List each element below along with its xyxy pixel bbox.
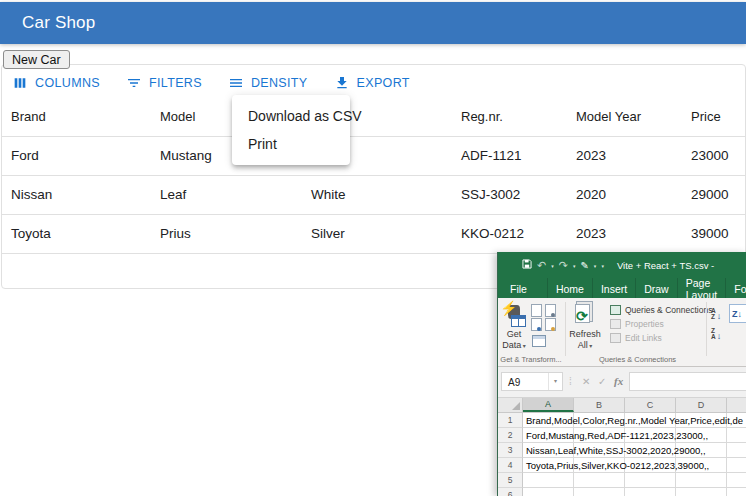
table-row[interactable]: Ford Mustang Red ADF-1121 2023 23000 <box>2 136 745 176</box>
col-header-a[interactable]: A <box>523 398 574 412</box>
cell-price[interactable]: 23000 <box>691 136 729 175</box>
cell-model-year[interactable]: 2023 <box>576 136 606 175</box>
menu-item-download-csv[interactable]: Download as CSV <box>232 102 350 130</box>
export-button[interactable]: EXPORT <box>330 73 414 93</box>
cell-regnr[interactable]: KKO-0212 <box>461 214 524 253</box>
get-data-icon <box>502 303 526 327</box>
cell-brand[interactable]: Toyota <box>11 214 51 253</box>
redo-caret-icon[interactable] <box>573 256 576 274</box>
row-number[interactable]: 1 <box>498 413 523 428</box>
column-header-brand[interactable]: Brand <box>11 97 46 136</box>
cell-price[interactable]: 39000 <box>691 214 729 253</box>
quick-access-toolbar <box>522 256 604 274</box>
grid-header-row: Brand Model Color Reg.nr. Model Year Pri… <box>2 97 745 137</box>
tab-draw[interactable]: Draw <box>635 278 677 298</box>
tab-home[interactable]: Home <box>547 278 592 298</box>
column-header-price[interactable]: Price <box>691 97 721 136</box>
formula-bar-separator <box>569 372 572 391</box>
name-box-caret-icon[interactable] <box>548 373 562 390</box>
name-box[interactable]: A9 <box>501 372 563 391</box>
col-header-d[interactable]: D <box>676 398 727 412</box>
col-header-e[interactable]: E <box>727 398 746 412</box>
spreadsheet: A B C D E 1 2 3 4 5 6 Brand,Model,Color,… <box>498 398 746 496</box>
cell-model[interactable]: Prius <box>160 214 191 253</box>
density-button-label: DENSITY <box>251 76 308 90</box>
cell-model[interactable]: Mustang <box>160 136 212 175</box>
edit-links-button: Edit Links <box>610 333 662 343</box>
column-header-model[interactable]: Model <box>160 97 195 136</box>
cells-area[interactable]: Brand,Model,Color,Reg.nr.,Model Year,Pri… <box>523 413 746 496</box>
table-row[interactable]: Toyota Prius Silver KKO-0212 2023 39000 <box>2 214 745 254</box>
tab-insert[interactable]: Insert <box>592 278 635 298</box>
queries-connections-icon <box>610 305 621 315</box>
cell-regnr[interactable]: SSJ-3002 <box>461 175 520 214</box>
app-bar: Car Shop <box>0 2 746 44</box>
sort-az-icon[interactable] <box>711 305 721 323</box>
cell-brand[interactable]: Nissan <box>11 175 52 214</box>
undo-caret-icon[interactable] <box>551 256 554 274</box>
cell-model[interactable]: Leaf <box>160 175 186 214</box>
cell-color[interactable]: Silver <box>311 214 345 253</box>
ribbon-divider <box>706 302 707 356</box>
cell-model-year[interactable]: 2020 <box>576 175 606 214</box>
redo-icon[interactable] <box>559 260 568 271</box>
ink-caret-icon[interactable] <box>594 256 597 274</box>
cell-color[interactable]: White <box>311 175 346 214</box>
from-text-csv-icon[interactable] <box>531 304 542 317</box>
row-header-column: 1 2 3 4 5 6 <box>498 413 523 496</box>
csv-row: Toyota,Prius,Silver,KKO-0212,2023,39000,… <box>526 458 709 473</box>
density-button[interactable]: DENSITY <box>224 73 312 93</box>
row-number[interactable]: 6 <box>498 488 523 496</box>
filters-button-label: FILTERS <box>149 76 202 90</box>
undo-icon[interactable] <box>537 260 546 271</box>
existing-connections-icon[interactable] <box>545 318 556 331</box>
row-number[interactable]: 5 <box>498 473 523 488</box>
tab-file[interactable]: File <box>502 278 535 298</box>
page-title: Car Shop <box>22 13 95 33</box>
row-number[interactable]: 3 <box>498 443 523 458</box>
from-web-icon[interactable] <box>531 318 542 331</box>
menu-item-print[interactable]: Print <box>232 130 350 158</box>
grid-toolbar: COLUMNS FILTERS DENSITY EXPORT <box>8 73 414 93</box>
select-all-corner[interactable] <box>498 398 523 412</box>
name-box-value: A9 <box>508 377 520 388</box>
row-number[interactable]: 2 <box>498 428 523 443</box>
properties-icon <box>610 319 621 329</box>
confirm-entry-icon <box>598 372 606 391</box>
filters-button[interactable]: FILTERS <box>122 73 206 93</box>
from-table-range-icon[interactable] <box>532 335 546 347</box>
filter-icon <box>126 75 142 91</box>
cell-regnr[interactable]: ADF-1121 <box>461 136 522 175</box>
new-car-button[interactable]: New Car <box>3 50 70 69</box>
sort-dialog-icon[interactable] <box>729 304 746 323</box>
column-header-row: A B C D E <box>498 398 746 413</box>
formula-bar: A9 fx <box>498 367 746 398</box>
cell-price[interactable]: 29000 <box>691 175 729 214</box>
tab-page-layout[interactable]: Page Layout <box>677 278 726 298</box>
save-icon[interactable] <box>522 259 532 271</box>
column-header-model-year[interactable]: Model Year <box>576 97 641 136</box>
cell-brand[interactable]: Ford <box>11 136 39 175</box>
table-row[interactable]: Nissan Leaf White SSJ-3002 2020 29000 <box>2 175 745 215</box>
queries-connections-button[interactable]: Queries & Connections <box>610 305 712 315</box>
recent-sources-icon[interactable] <box>545 304 556 317</box>
column-header-regnr[interactable]: Reg.nr. <box>461 97 503 136</box>
insert-function-icon[interactable]: fx <box>614 372 623 391</box>
csv-row: Ford,Mustang,Red,ADF-1121,2023,23000,, <box>526 428 708 443</box>
row-number[interactable]: 4 <box>498 458 523 473</box>
columns-button[interactable]: COLUMNS <box>8 73 104 93</box>
col-header-b[interactable]: B <box>574 398 625 412</box>
export-button-label: EXPORT <box>357 76 410 90</box>
cell-model-year[interactable]: 2023 <box>576 214 606 253</box>
ink-pen-icon[interactable] <box>580 260 588 271</box>
col-header-c[interactable]: C <box>625 398 676 412</box>
ribbon: Get Data Get & Transform... Refresh All <box>498 298 746 367</box>
properties-button: Properties <box>610 319 664 329</box>
tab-formulas[interactable]: Formulas <box>725 278 746 298</box>
export-menu: Download as CSV Print <box>232 95 350 165</box>
customize-qat-icon[interactable] <box>601 256 604 274</box>
formula-input[interactable] <box>629 372 746 391</box>
sort-za-icon[interactable] <box>711 325 721 343</box>
density-icon <box>228 75 244 91</box>
ribbon-tab-bar: File Home Insert Draw Page Layout Formul… <box>498 278 746 298</box>
